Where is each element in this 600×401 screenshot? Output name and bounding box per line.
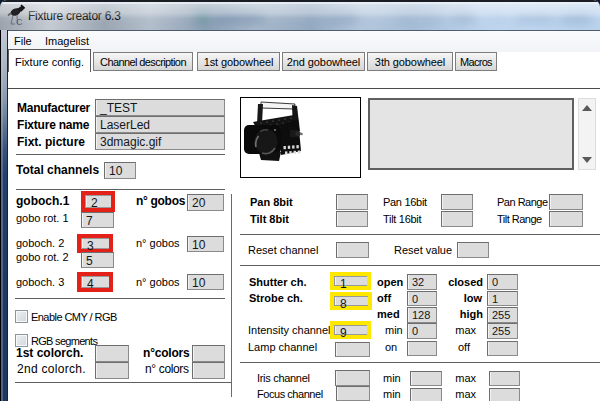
svg-text:C: C — [16, 17, 23, 27]
